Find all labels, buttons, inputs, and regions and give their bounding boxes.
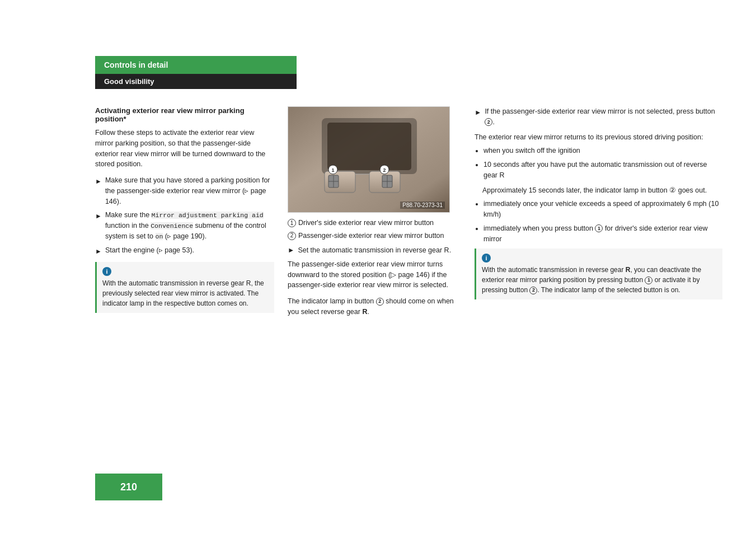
- list-item: immediately once your vehicle exceeds a …: [483, 199, 722, 220]
- arrow-icon: ►: [95, 246, 102, 256]
- list-item: immediately when you press button 1 for …: [483, 223, 722, 245]
- caption-text-1: Driver's side exterior rear view mirror …: [298, 218, 434, 228]
- list-item: 10 seconds after you have put the automa…: [483, 160, 722, 181]
- page-number: 210: [120, 481, 137, 493]
- mirror-image: 1 2 P88.70-2373-31: [288, 106, 450, 213]
- arrow-icon: ►: [95, 211, 102, 221]
- info-icon-right: i: [482, 254, 491, 263]
- circle-ref-1: 1: [595, 224, 603, 232]
- good-visibility-header: Good visibility: [95, 74, 297, 89]
- list-item: ► Make sure that you have stored a parki…: [95, 175, 274, 207]
- bullet-text: immediately when you press button 1 for …: [483, 224, 708, 243]
- info-box-right-text: With the automatic transmission in rever…: [482, 265, 717, 295]
- list-item: ► Make sure the Mirror adjustment parkin…: [95, 210, 274, 241]
- photo-label: P88.70-2373-31: [400, 202, 445, 209]
- controls-in-detail-header: Controls in detail: [95, 56, 297, 74]
- list-item: ► Set the automatic transmission in reve…: [288, 245, 461, 256]
- approx-text: Approximately 15 seconds later, the indi…: [475, 185, 722, 196]
- left-column: Activating exterior rear view mirror par…: [95, 106, 274, 323]
- mid-bullet-text: Set the automatic transmission in revers…: [298, 245, 451, 256]
- bullet-text: Start the engine (▹ page 53).: [105, 245, 194, 256]
- circle-ref-1b: 1: [645, 277, 652, 284]
- bullet-text: Make sure the Mirror adjustment parking …: [105, 210, 274, 241]
- info-box-text: With the automatic transmission in rever…: [102, 278, 269, 308]
- caption-num-1: 1: [288, 219, 296, 227]
- good-visibility-label: Good visibility: [104, 77, 154, 86]
- circle-ref-2c: 2: [529, 287, 537, 294]
- info-box-left: i With the automatic transmission in rev…: [95, 262, 274, 313]
- right-bullet-list: when you switch off the ignition 10 seco…: [475, 146, 722, 180]
- right-arrow-text: If the passenger-side exterior rear view…: [485, 106, 722, 128]
- page-number-box: 210: [95, 474, 162, 500]
- list-item: ► Start the engine (▹ page 53).: [95, 245, 274, 256]
- caption-item-2: 2 Passenger-side exterior rear view mirr…: [288, 231, 461, 241]
- list-item: when you switch off the ignition: [483, 146, 722, 156]
- caption-num-2: 2: [288, 232, 296, 240]
- circle-ref-2b: 2: [485, 118, 492, 126]
- returns-text: The exterior rear view mirror returns to…: [475, 132, 722, 143]
- info-box-right: i With the automatic transmission in rev…: [475, 249, 722, 299]
- caption-text-2: Passenger-side exterior rear view mirror…: [298, 231, 444, 241]
- svg-rect-2: [327, 123, 411, 170]
- mid-body-2: The indicator lamp in button 2 should co…: [288, 296, 461, 317]
- right-bullet-list-2: immediately once your vehicle exceeds a …: [475, 199, 722, 244]
- bullet-text: 10 seconds after you have put the automa…: [483, 161, 707, 179]
- bullet-text: immediately once your vehicle exceeds a …: [483, 200, 719, 218]
- caption-item-1: 1 Driver's side exterior rear view mirro…: [288, 218, 461, 228]
- mid-body-1: The passenger-side exterior rear view mi…: [288, 259, 461, 291]
- controls-in-detail-label: Controls in detail: [104, 60, 168, 69]
- svg-text:2: 2: [383, 167, 386, 173]
- left-bullet-list: ► Make sure that you have stored a parki…: [95, 175, 274, 256]
- header-bar: Controls in detail Good visibility: [95, 56, 297, 89]
- bullet-text: when you switch off the ignition: [483, 147, 580, 154]
- arrow-icon: ►: [95, 176, 102, 186]
- svg-text:1: 1: [331, 167, 334, 173]
- arrow-icon: ►: [288, 245, 294, 256]
- circle-ref-2: 2: [376, 298, 384, 306]
- right-arrow-item: ► If the passenger-side exterior rear vi…: [475, 106, 722, 128]
- middle-column: 1 2 P88.70-2373-31 1 Driver's side: [288, 106, 461, 323]
- mid-bullets: ► Set the automatic transmission in reve…: [288, 245, 461, 256]
- arrow-icon: ►: [475, 107, 481, 128]
- section-title: Activating exterior rear view mirror par…: [95, 106, 274, 123]
- section-body: Follow these steps to activate the exter…: [95, 128, 274, 170]
- bullet-text: Make sure that you have stored a parking…: [105, 175, 274, 207]
- page: Controls in detail Good visibility 210 A…: [0, 0, 756, 534]
- mirror-image-svg: 1 2: [288, 107, 450, 213]
- main-content: Activating exterior rear view mirror par…: [95, 106, 722, 323]
- info-icon: i: [102, 267, 111, 276]
- right-column: ► If the passenger-side exterior rear vi…: [475, 106, 722, 323]
